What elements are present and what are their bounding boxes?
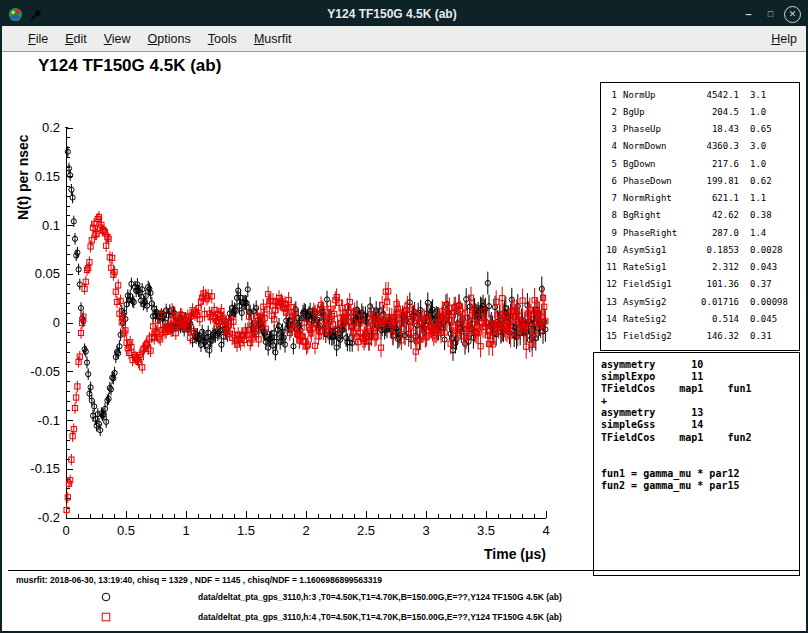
param-err: 1.4 xyxy=(750,228,766,238)
param-val: 621.1 xyxy=(685,193,739,203)
window-title: Y124 TF150G 4.5K (ab) xyxy=(49,7,735,21)
theory-line: simplExpo 11 xyxy=(601,371,799,383)
param-row-phaseup: 3PhaseUp18.430.65 xyxy=(601,121,799,138)
param-row-fieldsig2: 15FieldSig2146.320.31 xyxy=(601,328,799,345)
param-idx: 3 xyxy=(601,124,617,134)
param-idx: 10 xyxy=(601,245,617,255)
y-tick-label: -0.1 xyxy=(38,413,60,428)
param-idx: 1 xyxy=(601,90,617,100)
plot-svg[interactable]: -0.2-0.15-0.1-0.0500.050.10.150.200.511.… xyxy=(2,70,602,570)
y-tick-label: 0 xyxy=(53,315,60,330)
param-idx: 15 xyxy=(601,331,617,341)
x-tick-label: 3 xyxy=(422,523,429,538)
maximize-icon[interactable]: □ xyxy=(762,6,779,23)
theory-line: asymmetry 13 xyxy=(601,407,799,419)
theory-line xyxy=(601,444,799,456)
param-err: 0.043 xyxy=(750,262,777,272)
y-tick-label: 0.15 xyxy=(35,169,60,184)
param-val: 0.01716 xyxy=(685,297,739,307)
param-val: 199.81 xyxy=(685,176,739,186)
open-circle-icon xyxy=(100,591,112,603)
param-row-normright: 7NormRight621.11.1 xyxy=(601,190,799,207)
series-open-circle xyxy=(64,119,548,436)
param-row-ratesig2: 14RateSig20.5140.045 xyxy=(601,310,799,327)
param-idx: 11 xyxy=(601,262,617,272)
param-idx: 2 xyxy=(601,107,617,117)
theory-line: TFieldCos map1 fun2 xyxy=(601,432,799,444)
param-err: 1.0 xyxy=(750,107,766,117)
param-name: FieldSig1 xyxy=(623,279,685,289)
param-val: 101.36 xyxy=(685,279,739,289)
param-val: 42.62 xyxy=(685,210,739,220)
param-err: 0.0028 xyxy=(750,245,783,255)
param-idx: 8 xyxy=(601,210,617,220)
x-tick-label: 2 xyxy=(302,523,309,538)
menu-item-edit[interactable]: Edit xyxy=(65,32,87,46)
param-row-asymsig2: 13AsymSig20.017160.00098 xyxy=(601,293,799,310)
x-tick-label: 4 xyxy=(542,523,549,538)
musrfit-app-icon xyxy=(7,6,23,22)
menu-item-view[interactable]: View xyxy=(104,32,131,46)
x-tick-label: 0.5 xyxy=(117,523,135,538)
param-idx: 14 xyxy=(601,314,617,324)
param-name: FieldSig2 xyxy=(623,331,685,341)
theory-line: fun2 = gamma_mu * par15 xyxy=(601,480,799,492)
menu-item-help[interactable]: Help xyxy=(771,32,797,46)
param-val: 287.0 xyxy=(685,228,739,238)
y-tick-label: 0.05 xyxy=(35,266,60,281)
theory-box: asymmetry 10simplExpo 11TFieldCos map1 f… xyxy=(593,352,800,576)
hammer-icon xyxy=(28,6,44,22)
param-val: 0.1853 xyxy=(685,245,739,255)
param-err: 0.045 xyxy=(750,314,777,324)
param-row-bgright: 8BgRight42.620.38 xyxy=(601,207,799,224)
theory-line: + xyxy=(601,395,799,407)
x-tick-label: 2.5 xyxy=(357,523,375,538)
menu-bar: FileEditViewOptionsToolsMusrfit Help xyxy=(2,26,806,52)
menu-item-tools[interactable]: Tools xyxy=(208,32,237,46)
close-icon[interactable]: ✕ xyxy=(784,6,801,23)
musrview-window: Y124 TF150G 4.5K (ab) – □ ✕ FileEditView… xyxy=(0,0,808,633)
param-val: 0.514 xyxy=(685,314,739,324)
param-name: RateSig1 xyxy=(623,262,685,272)
y-tick-label: -0.15 xyxy=(30,461,60,476)
fit-status-line: musrfit: 2018-06-30, 13:19:40, chisq = 1… xyxy=(16,575,382,585)
param-row-fieldsig1: 12FieldSig1101.360.37 xyxy=(601,276,799,293)
param-err: 1.0 xyxy=(750,159,766,169)
param-val: 2.312 xyxy=(685,262,739,272)
param-val: 4542.1 xyxy=(685,90,739,100)
param-name: RateSig2 xyxy=(623,314,685,324)
param-row-bgup: 2BgUp204.51.0 xyxy=(601,103,799,120)
param-val: 4360.3 xyxy=(685,141,739,151)
param-val: 146.32 xyxy=(685,331,739,341)
param-val: 18.43 xyxy=(685,124,739,134)
param-err: 0.00098 xyxy=(750,297,788,307)
root-canvas: Y124 TF150G 4.5K (ab) -0.2-0.15-0.1-0.05… xyxy=(2,52,806,633)
param-err: 0.37 xyxy=(750,279,772,289)
param-idx: 7 xyxy=(601,193,617,203)
menu-item-musrfit[interactable]: Musrfit xyxy=(254,32,292,46)
y-tick-label: 0.2 xyxy=(42,120,60,135)
param-name: BgRight xyxy=(623,210,685,220)
theory-line: TFieldCos map1 fun1 xyxy=(601,383,799,395)
param-val: 217.6 xyxy=(685,159,739,169)
legend-row: data/deltat_pta_gps_3110,h:4 ,T0=4.50K,T… xyxy=(8,608,800,626)
x-tick-label: 3.5 xyxy=(477,523,495,538)
y-tick-label: 0.1 xyxy=(42,218,60,233)
param-idx: 12 xyxy=(601,279,617,289)
y-tick-label: -0.05 xyxy=(30,364,60,379)
param-name: NormRight xyxy=(623,193,685,203)
title-bar[interactable]: Y124 TF150G 4.5K (ab) – □ ✕ xyxy=(2,2,806,26)
minimize-icon[interactable]: – xyxy=(740,6,757,23)
param-idx: 5 xyxy=(601,159,617,169)
menu-item-options[interactable]: Options xyxy=(148,32,191,46)
param-err: 1.1 xyxy=(750,193,766,203)
axes xyxy=(66,128,546,518)
theory-line: asymmetry 10 xyxy=(601,359,799,371)
param-idx: 4 xyxy=(601,141,617,151)
param-row-normup: 1NormUp4542.13.1 xyxy=(601,86,799,103)
param-row-phasedown: 6PhaseDown199.810.62 xyxy=(601,172,799,189)
footer-panel: musrfit: 2018-06-30, 13:19:40, chisq = 1… xyxy=(8,570,800,633)
legend-text: data/deltat_pta_gps_3110,h:3 ,T0=4.50K,T… xyxy=(198,592,562,602)
param-err: 3.1 xyxy=(750,90,766,100)
menu-item-file[interactable]: File xyxy=(28,32,48,46)
